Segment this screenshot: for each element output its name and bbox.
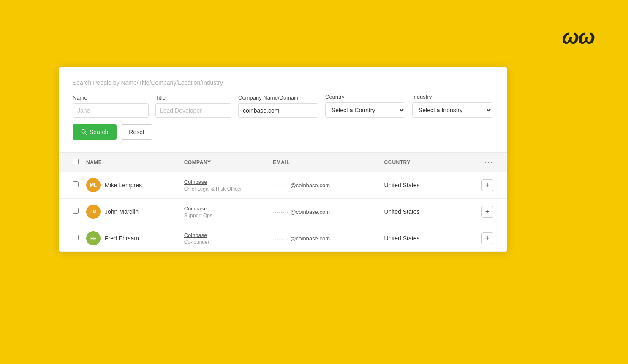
svg-line-1 [85, 133, 87, 135]
email-domain: @coinbase.com [291, 182, 330, 189]
name-label: Name [73, 94, 149, 101]
industry-field-group: Industry Select a Industry [412, 94, 492, 118]
company-link[interactable]: Coinbase [184, 205, 273, 212]
add-button[interactable]: + [481, 179, 493, 191]
company-label: Company Name/Domain [238, 94, 318, 101]
table-row: ML Mike Lempres Coinbase Chief Legal & R… [59, 172, 507, 199]
row-country-cell: United States [384, 235, 473, 242]
form-row: Name Title Company Name/Domain Country S… [73, 94, 493, 118]
main-card: Search People by Name/Title/Company/Loca… [59, 67, 507, 252]
email-blurred: ········ [273, 182, 288, 189]
company-input[interactable] [238, 103, 318, 118]
select-all-checkbox[interactable] [73, 159, 79, 164]
table-row: JM John Mardlin Coinbase Support Ops ···… [59, 199, 507, 225]
add-button[interactable]: + [481, 206, 493, 218]
button-row: Search Reset [73, 124, 493, 140]
row-company-cell: Coinbase Co-founder [184, 232, 273, 245]
title-label: Title [155, 94, 231, 101]
row-name-cell: ML Mike Lempres [86, 178, 184, 192]
search-section: Search People by Name/Title/Company/Loca… [59, 67, 507, 148]
row-checkbox-area [73, 208, 86, 216]
row-checkbox-area [73, 181, 86, 189]
person-name: Mike Lempres [105, 182, 142, 189]
row-company-cell: Coinbase Chief Legal & Risk Officer [184, 179, 273, 192]
search-button-label: Search [90, 129, 108, 135]
row-email-cell: ········ @coinbase.com [273, 235, 384, 242]
row-company-cell: Coinbase Support Ops [184, 205, 273, 218]
row-actions-cell: + [473, 206, 493, 218]
table-row: FE Fred Ehrsam Coinbase Co-founder ·····… [59, 225, 507, 252]
email-blurred: ········ [273, 235, 288, 242]
column-header-email: EMAIL [273, 159, 384, 165]
search-hint: Search People by Name/Title/Company/Loca… [73, 79, 493, 86]
name-input[interactable] [73, 103, 149, 118]
row-country-cell: United States [384, 208, 473, 215]
name-field-group: Name [73, 94, 149, 118]
person-name: Fred Ehrsam [105, 235, 139, 242]
search-button[interactable]: Search [73, 124, 117, 140]
table-header: NAME COMPANY EMAIL COUNTRY ··· [59, 152, 507, 172]
title-field-group: Title [155, 94, 231, 118]
row-actions-cell: + [473, 232, 493, 244]
avatar: FE [86, 231, 101, 245]
row-checkbox[interactable] [73, 208, 79, 214]
column-header-name: NAME [86, 159, 184, 165]
column-header-country: COUNTRY [384, 159, 473, 165]
country-field-group: Country Select a Country [325, 94, 405, 118]
row-country-cell: United States [384, 182, 473, 189]
company-link[interactable]: Coinbase [184, 232, 273, 238]
industry-select[interactable]: Select a Industry [412, 102, 492, 118]
company-link[interactable]: Coinbase [184, 179, 273, 185]
header-check [73, 159, 86, 166]
row-name-cell: FE Fred Ehrsam [86, 231, 184, 245]
logo: ωω [562, 25, 594, 49]
email-domain: @coinbase.com [291, 209, 330, 215]
column-header-company: COMPANY [184, 159, 273, 165]
row-actions-cell: + [473, 179, 493, 191]
title-input[interactable] [155, 103, 231, 118]
company-field-group: Company Name/Domain [238, 94, 318, 118]
company-role: Support Ops [184, 213, 273, 218]
row-email-cell: ········ @coinbase.com [273, 181, 384, 189]
avatar: ML [86, 178, 101, 192]
country-select[interactable]: Select a Country [325, 102, 405, 118]
row-email-cell: ········ @coinbase.com [273, 208, 384, 216]
row-name-cell: JM John Mardlin [86, 205, 184, 219]
row-checkbox[interactable] [73, 181, 79, 187]
person-name: John Mardlin [105, 208, 139, 215]
company-role: Co-founder [184, 239, 273, 245]
industry-label: Industry [412, 94, 492, 100]
country-label: Country [325, 94, 405, 100]
row-checkbox[interactable] [73, 235, 79, 240]
row-checkbox-area [73, 235, 86, 242]
column-header-actions: ··· [473, 158, 493, 167]
email-blurred: ········ [273, 209, 288, 215]
avatar: JM [86, 205, 101, 219]
add-button[interactable]: + [481, 232, 493, 244]
email-domain: @coinbase.com [291, 235, 330, 242]
search-icon [81, 129, 87, 135]
results-table: NAME COMPANY EMAIL COUNTRY ··· ML Mike L… [59, 152, 507, 252]
reset-button[interactable]: Reset [121, 124, 152, 140]
company-role: Chief Legal & Risk Officer [184, 186, 273, 192]
